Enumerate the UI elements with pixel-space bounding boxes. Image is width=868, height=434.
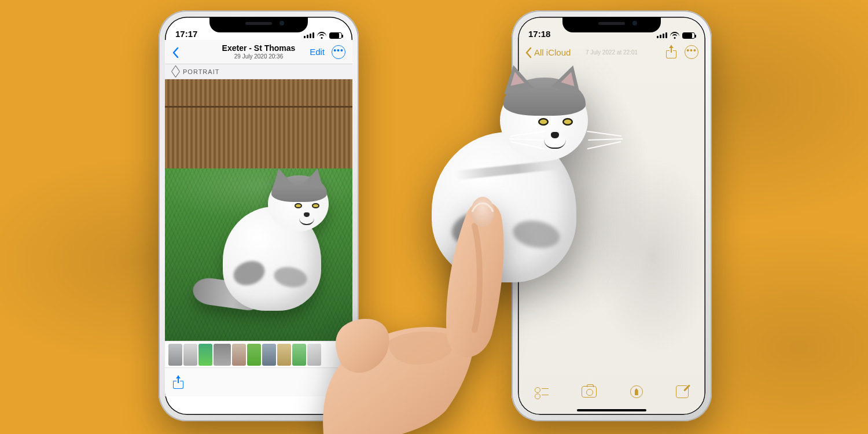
display-notch bbox=[562, 17, 661, 32]
notes-bottom-toolbar bbox=[518, 379, 705, 404]
thumbnail[interactable] bbox=[183, 344, 197, 366]
share-button[interactable] bbox=[173, 376, 183, 389]
wifi-icon bbox=[670, 32, 679, 39]
display-notch bbox=[209, 17, 308, 32]
thumbnail[interactable] bbox=[247, 344, 261, 366]
portrait-label: PORTRAIT bbox=[183, 68, 219, 75]
photo-location-title: Exeter - St Thomas bbox=[222, 44, 296, 53]
photos-nav-bar: Exeter - St Thomas 29 July 2020 20:36 Ed… bbox=[165, 40, 352, 64]
compose-button[interactable] bbox=[676, 385, 689, 398]
thumbnail-selected[interactable] bbox=[214, 344, 231, 366]
more-button[interactable]: ••• bbox=[332, 45, 345, 59]
notes-share-button[interactable] bbox=[666, 46, 676, 58]
note-timestamp: 7 July 2022 at 22:01 bbox=[586, 49, 638, 56]
status-icons bbox=[657, 32, 695, 39]
portrait-mode-badge: PORTRAIT bbox=[165, 64, 352, 79]
status-time: 17:17 bbox=[175, 29, 197, 39]
photo-date-subtitle: 29 July 2020 20:36 bbox=[222, 53, 296, 60]
cellular-signal-icon bbox=[304, 32, 314, 38]
wifi-icon bbox=[317, 32, 326, 39]
photo-background-fence bbox=[165, 79, 352, 168]
battery-icon bbox=[682, 32, 695, 39]
thumbnail[interactable] bbox=[168, 344, 182, 366]
camera-button[interactable] bbox=[582, 386, 597, 398]
markup-button[interactable] bbox=[630, 385, 643, 398]
status-timeime: 17:18 bbox=[528, 29, 550, 39]
battery-icon bbox=[329, 32, 342, 39]
user-hand-pointer bbox=[301, 191, 544, 434]
portrait-cube-icon bbox=[172, 68, 179, 75]
thumbnail[interactable] bbox=[232, 344, 246, 366]
chevron-left-icon bbox=[525, 47, 532, 57]
status-icons bbox=[304, 32, 342, 39]
cellular-signal-icon bbox=[657, 32, 667, 38]
home-indicator[interactable] bbox=[577, 409, 646, 411]
photo-title-block: Exeter - St Thomas 29 July 2020 20:36 bbox=[222, 44, 296, 59]
back-button[interactable] bbox=[172, 47, 179, 57]
thumbnail[interactable] bbox=[262, 344, 276, 366]
thumbnail[interactable] bbox=[277, 344, 291, 366]
edit-button[interactable]: Edit bbox=[310, 47, 325, 57]
thumbnail[interactable] bbox=[198, 344, 212, 366]
notes-back-button[interactable]: All iCloud bbox=[525, 47, 571, 57]
notes-nav-bar: All iCloud 7 July 2022 at 22:01 ••• bbox=[518, 40, 705, 64]
svg-point-0 bbox=[471, 197, 494, 227]
notes-back-label: All iCloud bbox=[534, 47, 571, 57]
notes-more-button[interactable]: ••• bbox=[685, 45, 698, 59]
